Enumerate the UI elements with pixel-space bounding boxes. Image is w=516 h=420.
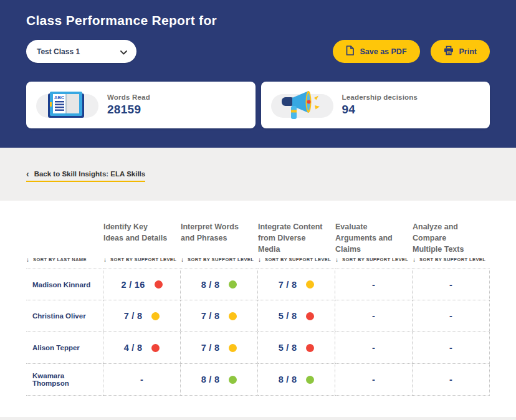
stat-value: 94	[342, 103, 418, 117]
sort-arrow-icon: ↓	[26, 256, 29, 263]
skill-column-header: Identify Key Ideas and Details	[103, 221, 181, 256]
printer-icon	[444, 45, 454, 57]
score-value: -	[449, 311, 452, 321]
book-icon: ABC	[36, 87, 101, 123]
skill-column-header: Integrate Content from Diverse Media	[258, 221, 335, 256]
score-value: 8 / 8	[201, 280, 220, 290]
stat-label: Words Read	[107, 93, 150, 101]
table-row: Madison Kinnard 2 / 16 8 / 8 7 / 8 - -	[26, 269, 490, 300]
score-value: -	[372, 343, 375, 353]
support-level-dot	[229, 280, 237, 289]
support-level-dot	[155, 280, 163, 289]
score-cell: 8 / 8	[181, 364, 258, 396]
back-chevron-icon: ‹	[26, 171, 29, 177]
support-level-dot	[306, 344, 314, 352]
sort-arrow-icon: ↓	[413, 256, 416, 263]
score-value: -	[372, 375, 375, 384]
skills-table-section: Identify Key Ideas and Details Interpret…	[0, 201, 516, 396]
student-name: Alison Tepper	[26, 332, 103, 364]
score-value: 7 / 8	[124, 311, 143, 321]
support-level-dot	[151, 344, 160, 352]
bottom-divider	[0, 417, 516, 420]
score-cell: 8 / 8	[181, 269, 258, 300]
sort-by-support-level[interactable]: ↓ SORT BY SUPPORT LEVEL	[413, 256, 490, 269]
score-value: 5 / 8	[279, 311, 297, 321]
table-row: Alison Tepper 4 / 8 7 / 8 5 / 8 - -	[26, 332, 490, 364]
page-title: Class Performance Report for	[26, 12, 490, 29]
score-cell: -	[413, 269, 490, 300]
action-buttons: Save as PDF Print	[333, 40, 490, 63]
score-cell: -	[335, 364, 413, 396]
score-cell: 7 / 8	[103, 300, 181, 332]
sort-arrow-icon: ↓	[258, 256, 261, 263]
score-value: 8 / 8	[279, 375, 297, 384]
sort-by-support-level[interactable]: ↓ SORT BY SUPPORT LEVEL	[258, 256, 335, 269]
score-cell: -	[413, 332, 490, 364]
score-cell: -	[103, 364, 181, 396]
back-link[interactable]: ‹ Back to Skill Insights: ELA Skills	[26, 170, 145, 182]
score-value: -	[449, 343, 452, 353]
score-cell: 7 / 8	[181, 332, 258, 364]
sort-arrow-icon: ↓	[103, 256, 107, 263]
score-cell: 5 / 8	[258, 300, 335, 332]
score-value: -	[372, 280, 375, 290]
sort-by-support-level[interactable]: ↓ SORT BY SUPPORT LEVEL	[181, 256, 258, 269]
sort-arrow-icon: ↓	[181, 256, 184, 263]
sort-arrow-icon: ↓	[335, 256, 338, 263]
save-as-pdf-button[interactable]: Save as PDF	[333, 40, 419, 63]
score-cell: 8 / 8	[258, 364, 335, 396]
table-column-headers: Identify Key Ideas and Details Interpret…	[26, 221, 490, 256]
score-value: 7 / 8	[201, 311, 220, 321]
support-level-dot	[229, 312, 237, 320]
score-cell: 7 / 8	[181, 300, 258, 332]
score-value: 7 / 8	[201, 343, 220, 353]
print-label: Print	[459, 47, 477, 56]
student-name: Madison Kinnard	[26, 269, 103, 300]
sort-by-support-level[interactable]: ↓ SORT BY SUPPORT LEVEL	[103, 256, 181, 269]
score-value: 8 / 8	[201, 375, 220, 384]
score-cell: -	[335, 332, 413, 364]
score-value: 5 / 8	[279, 343, 297, 353]
save-as-pdf-label: Save as PDF	[360, 47, 406, 56]
score-value: 7 / 8	[279, 280, 297, 290]
score-cell: 7 / 8	[258, 269, 335, 300]
chevron-down-icon	[120, 46, 127, 57]
svg-text:ABC: ABC	[54, 95, 65, 100]
document-icon	[346, 45, 354, 57]
table-row: Kwamara Thompson - 8 / 8 8 / 8 - -	[26, 364, 490, 396]
score-cell: 2 / 16	[103, 269, 181, 300]
sort-by-support-level[interactable]: ↓ SORT BY SUPPORT LEVEL	[335, 256, 413, 269]
score-value: -	[140, 375, 143, 384]
support-level-dot	[151, 312, 160, 320]
skill-column-header: Analyze and Compare Multiple Texts	[413, 221, 490, 256]
student-name: Kwamara Thompson	[26, 364, 103, 396]
megaphone-icon	[271, 87, 336, 123]
name-column-header	[26, 221, 103, 256]
stat-card-words-read: ABC Words Read 28159	[26, 82, 256, 128]
score-cell: -	[413, 364, 490, 396]
score-value: 2 / 16	[121, 280, 145, 290]
print-button[interactable]: Print	[431, 40, 490, 63]
support-level-dot	[229, 344, 237, 352]
support-level-dot	[306, 280, 314, 289]
score-cell: -	[335, 300, 413, 332]
back-link-label: Back to Skill Insights: ELA Skills	[34, 170, 146, 178]
support-level-dot	[306, 312, 314, 320]
class-select-value: Test Class 1	[37, 47, 80, 56]
stat-value: 28159	[107, 103, 150, 117]
table-sort-row: ↓ SORT BY LAST NAME ↓ SORT BY SUPPORT LE…	[26, 256, 490, 269]
table-body: Madison Kinnard 2 / 16 8 / 8 7 / 8 - -	[26, 269, 490, 396]
stat-label: Leadership decisions	[342, 93, 418, 101]
class-select[interactable]: Test Class 1	[26, 40, 136, 63]
skill-column-header: Interpret Words and Phrases	[181, 221, 258, 256]
controls-row: Test Class 1 Save as PDF Print	[26, 40, 490, 63]
sort-by-last-name[interactable]: ↓ SORT BY LAST NAME	[26, 256, 103, 269]
support-level-dot	[229, 376, 237, 384]
score-cell: -	[413, 300, 490, 332]
score-value: -	[449, 375, 452, 384]
support-level-dot	[306, 376, 314, 384]
report-header: Class Performance Report for Test Class …	[0, 0, 516, 148]
score-cell: 5 / 8	[258, 332, 335, 364]
score-cell: -	[335, 269, 413, 300]
student-name: Christina Oliver	[26, 300, 103, 332]
